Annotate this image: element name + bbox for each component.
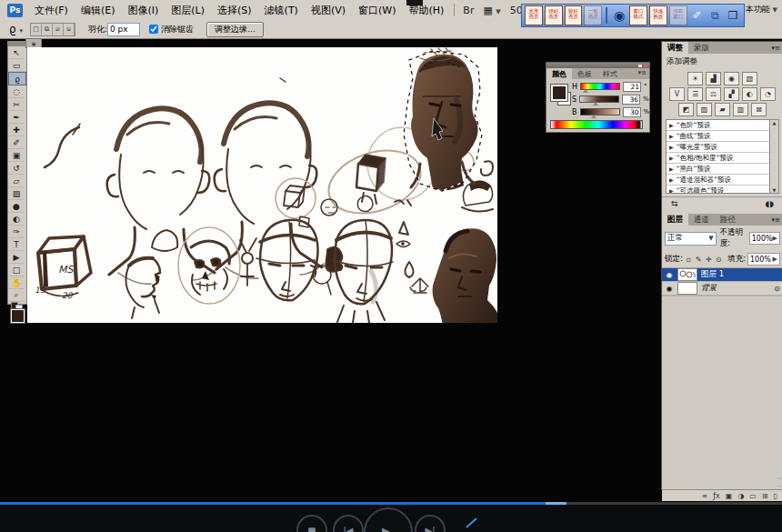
color-balance-icon[interactable]: ⚖ (706, 87, 721, 101)
clone-stamp-tool[interactable]: ▣ (8, 149, 25, 162)
preset-levels[interactable]: ▶“色阶”预设 (667, 120, 771, 131)
layer-thumbnail[interactable] (677, 282, 697, 295)
layer-row-layer1[interactable]: ◉ 图层 1 (662, 268, 782, 282)
menu-view[interactable]: 视图(V) (305, 2, 352, 19)
lock-all-icon[interactable]: ⊙ (715, 256, 723, 264)
dock-window-button[interactable]: 停靠窗口 (669, 5, 687, 25)
previous-button[interactable]: |◀ (333, 515, 364, 532)
vibrance-icon[interactable]: V (669, 87, 685, 101)
path-select-tool[interactable]: ▶ (8, 251, 25, 264)
quick-select-tool[interactable]: ◌ (8, 85, 25, 98)
brightness-value[interactable]: 30 (623, 107, 641, 117)
layer-thumbnail[interactable] (677, 268, 697, 281)
foreground-color-swatch[interactable] (11, 309, 25, 323)
document-canvas[interactable]: MS 15 20 (27, 47, 497, 323)
brush-tool[interactable]: ✐ (8, 136, 25, 149)
opacity-value[interactable]: 100%▶ (749, 232, 780, 245)
quality-normal-button[interactable]: 一般画质 (584, 5, 602, 25)
visibility-eye-icon[interactable]: ◉ (665, 285, 674, 293)
zoom-tool[interactable]: ⌕ (8, 289, 25, 302)
marquee-tool[interactable]: ▭ (8, 59, 25, 72)
preset-black-white[interactable]: ▶“黑白”预设 (667, 164, 771, 175)
preset-hue-saturation[interactable]: ▶“色相/饱和度”预设 (667, 153, 771, 164)
menu-image[interactable]: 图像(I) (121, 2, 165, 19)
quality-good-button[interactable]: 很好画质 (545, 5, 563, 25)
new-selection-button[interactable]: ▢ (31, 24, 42, 35)
minimize-icon[interactable] (638, 65, 642, 67)
move-tool[interactable]: ↖ (8, 46, 25, 59)
history-brush-tool[interactable]: ↺ (8, 162, 25, 175)
tab-styles[interactable]: 样式 (597, 68, 623, 79)
lock-transparency-icon[interactable]: ▫ (685, 256, 693, 264)
menu-layer[interactable]: 图层(L) (165, 2, 211, 19)
channel-mixer-icon[interactable]: ◔ (760, 87, 776, 101)
levels-icon[interactable]: ▟ (706, 72, 721, 85)
new-layer-icon[interactable]: ⊞ (762, 492, 768, 500)
preset-channel-mixer[interactable]: ▶“通道混和器”预设 (667, 175, 771, 186)
tab-swatches[interactable]: 色板 (572, 68, 597, 79)
foreground-color-chip[interactable] (551, 85, 567, 101)
panel-menu-icon[interactable]: ▾≡ (636, 68, 649, 79)
preset-curves[interactable]: ▶“曲线”预设 (667, 131, 771, 142)
quick-skin-button[interactable]: 快速换肤 (649, 5, 667, 25)
brightness-slider[interactable] (580, 108, 620, 115)
posterize-icon[interactable]: ▨ (697, 103, 712, 116)
lasso-tool[interactable]: ϱ (8, 72, 26, 85)
tab-masks[interactable]: 蒙版 (688, 42, 715, 54)
invert-icon[interactable]: ◩ (678, 103, 694, 116)
preset-selective-color[interactable]: ▶“可选颜色”预设 (667, 186, 771, 194)
eraser-tool[interactable]: ▱ (8, 175, 25, 187)
bridge-icon[interactable]: Br (458, 5, 478, 16)
window-mode-button[interactable]: 窗口模式 (629, 5, 647, 25)
menu-filter[interactable]: 滤镜(T) (258, 2, 305, 19)
layer-row-background[interactable]: ◉ 背景 ⊙ (662, 282, 782, 296)
menu-edit[interactable]: 编辑(E) (75, 2, 122, 19)
next-button[interactable]: ▶| (415, 515, 446, 532)
gradient-map-icon[interactable]: ▥ (733, 103, 748, 116)
expanded-view-icon[interactable]: ◖◗ (766, 199, 774, 208)
layer-group-icon[interactable]: ▭ (749, 492, 757, 500)
pen-tool[interactable]: ✑ (8, 226, 25, 238)
hue-slider[interactable] (580, 83, 620, 90)
hand-tool[interactable]: ✋ (8, 276, 25, 289)
delete-layer-icon[interactable]: ▯ (774, 492, 777, 500)
blend-mode-select[interactable]: 正常▼ (665, 232, 717, 246)
type-tool[interactable]: T (8, 238, 25, 251)
subtract-selection-button[interactable]: ⧄ (53, 24, 64, 35)
tab-color[interactable]: 颜色 (546, 68, 572, 79)
adjustment-layer-icon[interactable]: ◑ (737, 492, 744, 500)
eyedropper-tool[interactable]: ✒ (8, 111, 25, 124)
menu-window[interactable]: 窗口(W) (352, 2, 402, 19)
lasso-tool-icon[interactable]: ϱ ▾ (9, 23, 23, 35)
saturation-slider[interactable] (579, 95, 619, 103)
panel-menu-icon[interactable]: ▾≡ (769, 214, 782, 226)
panel-menu-icon[interactable]: ▾≡ (769, 42, 782, 54)
black-white-icon[interactable]: ▞ (724, 87, 739, 101)
layer-style-icon[interactable]: ƒx (713, 492, 720, 500)
refine-edge-button[interactable]: 调整边缘… (206, 22, 264, 37)
gradient-tool[interactable]: ▨ (8, 187, 25, 200)
crop-tool[interactable]: ✂ (8, 98, 25, 111)
layer-mask-icon[interactable]: ▣ (726, 492, 733, 500)
saturation-value[interactable]: 36 (622, 95, 640, 105)
tab-paths[interactable]: 路径 (715, 214, 741, 226)
selective-color-icon[interactable]: ⊠ (751, 103, 767, 116)
add-selection-button[interactable]: ⧉ (42, 24, 53, 35)
hue-value[interactable]: 21 (623, 82, 641, 92)
preset-exposure[interactable]: ▶“曝光度”预设 (667, 142, 771, 153)
tab-layers[interactable]: 图层 (662, 214, 688, 226)
switch-panel-icon[interactable]: ⇆ (671, 199, 678, 208)
lock-position-icon[interactable]: ✛ (705, 256, 713, 264)
dock-scroll-arrows[interactable]: ⌃⌄ (778, 477, 782, 487)
color-spectrum-ramp[interactable] (550, 120, 643, 129)
intersect-selection-button[interactable]: ⧅ (64, 24, 75, 35)
dodge-tool[interactable]: ◐ (8, 213, 25, 226)
tab-channels[interactable]: 通道 (688, 214, 715, 226)
play-button[interactable]: ▶ (364, 507, 413, 532)
healing-brush-tool[interactable]: ✚ (8, 124, 25, 136)
curves-icon[interactable]: ◉ (724, 72, 739, 85)
photo-filter-icon[interactable]: ◐ (742, 87, 757, 101)
feather-input[interactable] (107, 23, 140, 36)
menu-file[interactable]: 文件(F) (28, 2, 75, 19)
dual-monitor-icon[interactable]: ⧉ (707, 7, 723, 24)
